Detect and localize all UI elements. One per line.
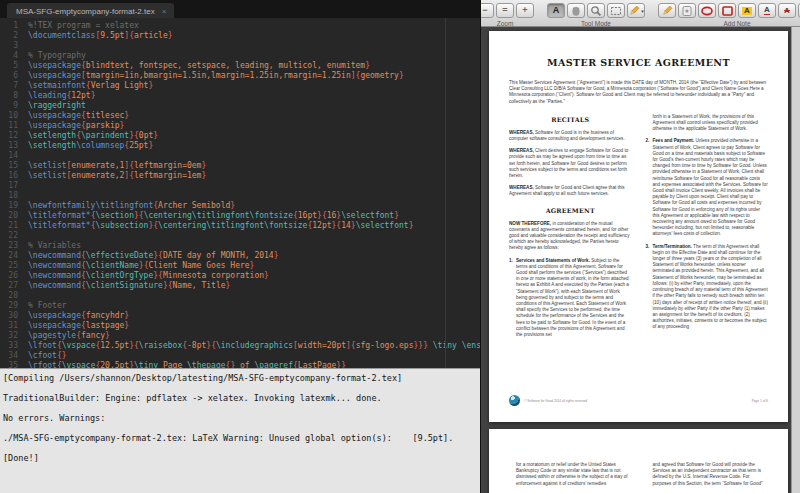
line-number: 3 [0,41,18,51]
line-number: 13 [0,141,18,151]
code-text: \newcommand{\clientOrgType}{Minnesota co… [28,271,269,281]
code-editor[interactable]: 1%!TEX program = xelatex2\documentclass[… [0,18,480,368]
intro-paragraph: This Master Services Agreement (“Agreeme… [509,80,768,105]
page2-left-column: for a moratorium or relief under the Uni… [509,462,632,493]
code-line: 26\newcommand{\clientOrgType}{Minnesota … [0,271,480,281]
code-line: 6\usepackage[tmargin=1in,bmargin=1.5in,l… [0,71,480,81]
code-line: 14 [0,151,480,161]
item-text: Term/Termination. The term of this Agree… [653,244,769,331]
code-line: 5\usepackage{blindtext, fontspec, setspa… [0,61,480,71]
anchored-note-button[interactable] [678,3,696,18]
circle-note-button[interactable] [698,3,716,18]
paragraph: WHEREAS, Client desires to engage Softwa… [509,148,632,179]
pdf-scrollbar[interactable] [791,27,800,493]
code-line: 10\usepackage{titlesec} [0,111,480,121]
line-number: 16 [0,171,18,181]
build-console: [Compiling /Users/shannon/Desktop/latest… [0,368,480,493]
paragraph: forth in a Statement of Work, the provis… [646,114,769,133]
magnify-tool-button[interactable] [587,3,605,18]
code-line: 31\usepackage{lastpage} [0,321,480,331]
zoom-out-icon: − [482,6,487,15]
code-text [28,151,33,161]
item-number: 1. [509,258,516,339]
console-line: [Compiling /Users/shannon/Desktop/latest… [3,373,477,383]
zoom-in-button[interactable]: + [516,3,534,18]
note-tool-icon [628,5,640,17]
code-text: \lfoot{\vspace{12.5pt}{\raisebox{-8pt}{\… [28,341,480,351]
editor-tab[interactable]: MSA-SFG-emptycompany-format-2.tex × [7,3,174,18]
text-note-icon [661,5,673,17]
pdf-document-area[interactable]: MASTER SERVICE AGREEMENT This Master Ser… [481,27,800,493]
select-tool-button[interactable] [607,3,625,18]
code-line: 30\usepackage{fancyhdr} [0,311,480,321]
item-number: 3. [646,244,653,331]
strikeout-note-icon: A [784,7,790,15]
item-text: Fees and Payment. Unless provided otherw… [653,138,769,237]
page2-columns: for a moratorium or relief under the Uni… [509,462,768,493]
code-line: 23% Variables [0,241,480,251]
code-text: \setlength\columnsep{25pt} [28,141,153,151]
note-tool-button[interactable]: ▾ [627,3,645,18]
code-text: \usepackage{fancyhdr} [28,311,129,321]
underline-note-button[interactable]: A [758,3,776,18]
code-text [28,181,33,191]
code-line: 20\titleformat*{\section}{\centering\tit… [0,211,480,221]
paragraph-lead: WHEREAS, [509,130,534,135]
scroll-tool-button[interactable] [567,3,585,18]
line-number: 12 [0,131,18,141]
zoom-actual-button[interactable]: = [496,3,514,18]
pdf-page-2: for a moratorium or relief under the Uni… [489,429,788,493]
dropdown-arrow-icon: ▾ [641,8,644,14]
toolbar-group-label: Add Note [723,20,750,27]
code-text [28,41,33,51]
zoom-out-button[interactable]: − [481,3,494,18]
item-lead: Services and Statements of Work. [516,258,590,263]
line-number: 29 [0,301,18,311]
console-line: ./MSA-SFG-emptycompany-format-2.tex: LaT… [3,433,477,443]
line-number: 11 [0,121,18,131]
text-tool-button[interactable]: A [547,3,565,18]
zoom-in-icon: + [522,6,527,15]
code-text: \rfoot{\vspace{20.5pt}\tiny Page \thepag… [28,361,346,368]
page1-right-column: forth in a Statement of Work, the provis… [646,114,769,376]
code-line: 35\rfoot{\vspace{20.5pt}\tiny Page \thep… [0,361,480,368]
code-line: 12\setlength{\parindent}{0pt} [0,131,480,141]
scroll-tool-icon [570,5,582,17]
box-note-button[interactable] [718,3,736,18]
list-item: 2.Fees and Payment. Unless provided othe… [646,138,769,237]
line-number: 23 [0,241,18,251]
toolbar-group-label: Zoom [497,20,514,27]
code-line: 18 [0,191,480,201]
code-line: 32\pagestyle{fancy} [0,331,480,341]
code-line: 3 [0,41,480,51]
highlight-note-button[interactable]: A [738,3,756,18]
text-tool-icon: A [553,6,560,15]
line-number: 30 [0,311,18,321]
line-number: 1 [0,21,18,31]
line-number: 4 [0,51,18,61]
code-line: 22 [0,231,480,241]
text-note-button[interactable] [658,3,676,18]
toolbar-buttons: A▾ [547,3,645,18]
code-text: \newcommand{\effectiveDate}{DATE day of … [28,251,279,261]
code-text: \setmainfont{Verlag Light} [28,81,153,91]
paragraph: for a moratorium or relief under the Uni… [509,462,632,487]
code-text: \titleformat*{\section}{\centering\titli… [28,211,399,221]
item-lead: Fees and Payment. [653,138,695,143]
paragraph: NOW THEREFORE, in consideration of the m… [509,221,632,252]
page-footer: © Software for Good 2014 all rights rese… [509,395,768,406]
item-text: Services and Statements of Work. Subject… [516,258,632,339]
line-number: 32 [0,331,18,341]
section-heading: AGREEMENT [509,207,632,214]
code-line: 15\setlist[enumerate,1]{leftmargin=0em} [0,161,480,171]
footer-copyright: © Software for Good 2014 all rights rese… [524,399,587,403]
strikeout-note-button[interactable]: A [778,3,796,18]
line-number: 6 [0,71,18,81]
line-number: 31 [0,321,18,331]
line-number: 35 [0,361,18,368]
list-item: 1.Services and Statements of Work. Subje… [509,258,632,339]
line-number: 24 [0,251,18,261]
code-text [28,191,33,201]
tab-close-icon[interactable]: × [162,7,167,16]
editor-ruler [445,18,446,368]
